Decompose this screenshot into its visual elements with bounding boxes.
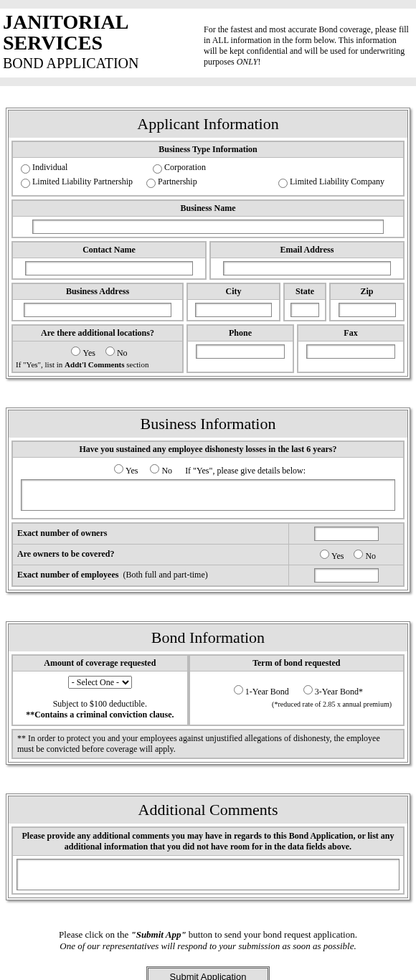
section-bond: Bond Information Amount of coverage requ… [6, 621, 410, 765]
owners-count-input[interactable] [314, 527, 379, 541]
deductible-note: Subject to $100 deductible. [17, 699, 183, 710]
address-header: Business Address [13, 284, 182, 300]
coverage-select[interactable]: - Select One - [68, 676, 132, 689]
term-header: Term of bond requested [190, 656, 403, 672]
dishonesty-details-textarea[interactable] [21, 479, 394, 511]
radio-addloc-yes[interactable] [71, 347, 80, 356]
title-line1: JANITORIAL [3, 11, 204, 32]
business-name-header: Business Name [13, 201, 403, 217]
intro-text: For the fastest and most accurate Bond c… [204, 11, 410, 67]
radio-3year[interactable] [303, 685, 313, 694]
submit-button[interactable]: Submit Application [146, 966, 270, 980]
fax-header: Fax [298, 326, 403, 341]
state-input[interactable] [290, 303, 319, 317]
radio-partnership[interactable] [146, 179, 156, 188]
business-name-input[interactable] [32, 220, 384, 234]
radio-owners-no[interactable] [354, 550, 363, 559]
grey-divider [0, 77, 416, 86]
employees-count-input[interactable] [314, 568, 379, 583]
contact-header: Contact Name [13, 242, 205, 258]
city-input[interactable] [195, 303, 272, 317]
business-type-header: Business Type Information [13, 142, 403, 158]
business-name-block: Business Name [11, 199, 405, 238]
radio-llp[interactable] [21, 179, 30, 188]
dishonesty-detail-label: If "Yes", please give details below: [185, 466, 306, 476]
radio-dishonesty-yes[interactable] [114, 464, 123, 473]
business-type-block: Business Type Information Individual Cor… [11, 141, 405, 197]
radio-llc[interactable] [278, 179, 288, 188]
subtitle: BOND APPLICATION [3, 55, 204, 72]
radio-1year[interactable] [234, 685, 243, 694]
state-header: State [285, 284, 325, 300]
dishonesty-header: Have you sustained any employee dishones… [13, 442, 403, 458]
clause-note: **Contains a criminal conviction clause. [17, 710, 183, 720]
city-header: City [188, 284, 279, 300]
phone-input[interactable] [196, 344, 285, 359]
address-input[interactable] [24, 303, 171, 317]
section-comments: Additional Comments Please provide any a… [6, 793, 410, 900]
radio-corporation[interactable] [153, 164, 162, 174]
submit-area: Please click on the "Submit App" button … [0, 929, 416, 980]
email-input[interactable] [223, 261, 391, 275]
comments-textarea[interactable] [16, 859, 399, 890]
phone-header: Phone [188, 326, 293, 341]
section-title: Applicant Information [9, 110, 407, 138]
section-title: Bond Information [9, 624, 407, 651]
contact-input[interactable] [25, 261, 193, 275]
section-title: Additional Comments [9, 796, 407, 824]
zip-input[interactable] [339, 303, 396, 317]
radio-addloc-no[interactable] [105, 347, 115, 356]
fax-input[interactable] [306, 344, 395, 359]
employees-count-label: Exact number of employees (Both full and… [13, 565, 288, 585]
submit-line2: One of our representatives will respond … [60, 941, 356, 951]
radio-owners-yes[interactable] [320, 550, 329, 559]
addloc-header: Are there additional locations? [13, 326, 182, 341]
title-line2: SERVICES [3, 32, 204, 53]
top-bar [0, 0, 416, 9]
section-applicant: Applicant Information Business Type Info… [6, 108, 410, 379]
page-header: JANITORIAL SERVICES BOND APPLICATION For… [0, 9, 416, 77]
zip-header: Zip [331, 284, 403, 300]
radio-dishonesty-no[interactable] [150, 464, 159, 473]
owners-covered-label: Are owners to be covered? [13, 545, 288, 565]
section-business: Business Information Have you sustained … [6, 407, 410, 593]
email-header: Email Address [211, 242, 403, 258]
section-title: Business Information [9, 410, 407, 438]
owners-count-label: Exact number of owners [13, 524, 288, 544]
coverage-header: Amount of coverage requested [13, 656, 187, 672]
conviction-footnote: ** In order to protect you and your empl… [11, 729, 405, 759]
comments-instr: Please provide any additional comments y… [13, 828, 403, 856]
dishonesty-block: Have you sustained any employee dishones… [11, 440, 405, 519]
term-note: (*reduced rate of 2.85 x annual premium) [194, 697, 399, 708]
radio-individual[interactable] [21, 164, 30, 174]
addloc-note: If "Yes", list in Addt'l Comments sectio… [16, 360, 179, 369]
